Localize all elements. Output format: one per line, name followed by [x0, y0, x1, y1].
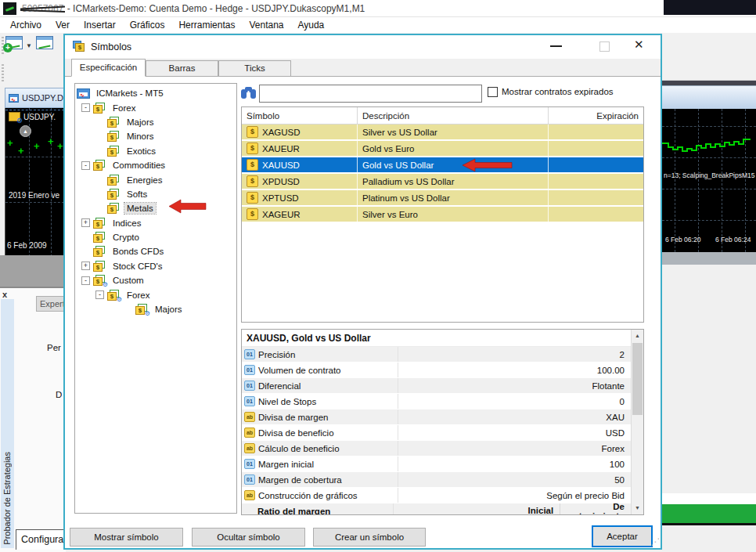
spec-value: XAU [398, 413, 631, 422]
spec-row-margen-inicial[interactable]: 01Margen inicial100 [242, 456, 631, 472]
table-row-xaueur[interactable]: $XAUEURGold vs Euro [242, 141, 643, 157]
resize-grip[interactable]: ⋰ [650, 536, 658, 547]
show-expired-checkbox[interactable] [488, 87, 498, 97]
symbol-group-icon: $ [107, 117, 121, 128]
show-symbol-button[interactable]: Mostrar símbolo [70, 528, 183, 547]
numeric-type-icon: 01 [244, 381, 255, 391]
spec-row-margen-de-cobertura[interactable]: 01Margen de cobertura50 [242, 472, 631, 488]
tree-item-exotics[interactable]: $Exotics [75, 144, 236, 158]
spec-property: 01Diferencial [242, 378, 398, 393]
tree-item-custom[interactable]: -$⚙Custom [75, 273, 236, 287]
tester-progress-bar [662, 504, 756, 523]
tree-item-forex[interactable]: -$Forex [75, 100, 236, 114]
spec-row-nivel-de-stops[interactable]: 01Nivel de Stops0 [242, 394, 631, 409]
expand-icon[interactable]: + [81, 262, 90, 270]
chart-symbol-label: USDJPY. [23, 113, 56, 121]
chart-window-titlebar[interactable]: ∿ USDJPY.D [5, 88, 64, 108]
symbol-group-icon: $ [107, 189, 121, 200]
table-row-xauusd[interactable]: $XAUUSDGold vs US Dollar [242, 157, 643, 174]
menu-herramientas[interactable]: Herramientas [171, 18, 242, 32]
tree-item-stock-cfd-s[interactable]: +$Stock CFD's [75, 259, 236, 273]
tree-item-label: Crypto [110, 232, 142, 243]
search-icon [240, 86, 257, 99]
menu-ventana[interactable]: Ventana [242, 18, 290, 32]
spec-row-divisa-de-beneficio[interactable]: abDivisa de beneficioUSD [242, 425, 631, 441]
tile-windows-button[interactable] [36, 36, 58, 56]
tree-item-forex[interactable]: -$⚙Forex [75, 287, 236, 301]
expand-icon[interactable]: + [81, 218, 90, 227]
tree-item-commodities[interactable]: -$Commodities [75, 158, 236, 172]
close-button[interactable]: ✕ [634, 38, 644, 52]
chevron-down-icon[interactable]: ▼ [26, 42, 32, 49]
tree-item-bonds-cfds[interactable]: $Bonds CFDs [75, 244, 236, 258]
symbol-cell: $XAGEUR [242, 207, 358, 222]
spec-row-precisi-n[interactable]: 01Precisión2 [242, 347, 631, 363]
dialog-content: ∿ICMarkets - MT5-$Forex$Majors$Minors$Ex… [65, 77, 661, 548]
menu-grficos[interactable]: Gráficos [123, 18, 172, 32]
chart-canvas-left[interactable]: ⚙ USDJPY. ▲ + + + + + 2019 Enero ve 6 Fe… [5, 108, 64, 257]
symbol-group-icon: $ [107, 131, 121, 142]
spec-property: abCálculo de beneficio [242, 441, 398, 456]
table-row-xagusd[interactable]: $XAGUSDSilver vs US Dollar [242, 124, 643, 141]
tester-side-strip[interactable]: Probador de Estrategias [1, 299, 14, 548]
period-label: Per [47, 343, 61, 352]
tree-item-metals[interactable]: $Metals [75, 201, 236, 215]
currency-icon: $ [247, 192, 258, 204]
collapse-icon[interactable]: - [95, 290, 104, 299]
tree-item-crypto[interactable]: $Crypto [75, 230, 236, 244]
tree-item-label: Minors [124, 131, 157, 142]
maximize-button[interactable] [599, 41, 610, 52]
tree-item-indices[interactable]: +$Indices [75, 216, 236, 230]
column-header-smbolo[interactable]: Símbolo [242, 107, 358, 124]
close-icon[interactable]: x [2, 290, 7, 299]
spec-row-volumen-de-contrato[interactable]: 01Volumen de contrato100.00 [242, 363, 631, 378]
spec-row-c-lculo-de-beneficio[interactable]: abCálculo de beneficioForex [242, 441, 631, 456]
table-row-xageur[interactable]: $XAGEURSilver vs Euro [242, 207, 643, 223]
menu-archivo[interactable]: Archivo [3, 18, 49, 32]
new-chart-button[interactable]: + [5, 36, 27, 56]
menu-insertar[interactable]: Insertar [77, 18, 123, 32]
tab-barras[interactable]: Barras [146, 60, 218, 77]
search-input[interactable] [259, 85, 482, 103]
spec-row-divisa-de-margen[interactable]: abDivisa de margenXAU [242, 409, 631, 425]
table-row-xptusd[interactable]: $XPTUSDPlatinum vs US Dollar [242, 190, 643, 207]
collapse-icon[interactable]: - [81, 276, 90, 285]
tab-configuracion[interactable]: Configura [16, 529, 66, 550]
accept-button[interactable]: Aceptar [592, 525, 653, 547]
tree-item-energies[interactable]: $Energies [75, 172, 236, 186]
spec-label: Divisa de margen [258, 413, 328, 422]
chart-axis-date: 6 Feb 2009 [7, 241, 47, 250]
table-row-xpdusd[interactable]: $XPDUSDPalladium vs US Dollar [242, 174, 643, 190]
symbol-cell: $XAGUSD [242, 124, 358, 139]
toolbar-grip[interactable] [2, 64, 4, 83]
spec-row-ratio-del-margen[interactable]: Ratio del margenInicialDe mantenimiento [242, 503, 631, 515]
spec-row-diferencial[interactable]: 01DiferencialFlotante [242, 378, 631, 394]
chart-canvas-right[interactable]: n=13; Scalping_BreakPipsM15 6 Feb 06:20 … [662, 109, 756, 252]
mt5-logo-icon [3, 2, 16, 15]
collapse-icon[interactable]: - [81, 161, 90, 170]
scroll-up-icon[interactable]: ▲ [632, 330, 643, 342]
scroll-down-icon[interactable]: ▼ [632, 502, 643, 514]
create-symbol-button[interactable]: Crear un símbolo [313, 528, 426, 547]
symbol-name: XAGUSD [262, 128, 301, 137]
scrollbar[interactable]: ▲ ▼ [631, 330, 643, 514]
menu-ver[interactable]: Ver [49, 18, 77, 32]
column-header-expiracin[interactable]: Expiración [549, 107, 643, 124]
scrollbar-thumb[interactable] [632, 343, 643, 415]
collapse-icon[interactable]: - [81, 103, 90, 112]
tree-item-softs[interactable]: $Softs [75, 187, 236, 201]
menu-ayuda[interactable]: Ayuda [290, 18, 331, 32]
expert-dropdown[interactable]: Expert [36, 296, 66, 312]
tab-ticks[interactable]: Ticks [218, 60, 291, 77]
hide-symbol-button[interactable]: Ocultar símbolo [192, 528, 305, 547]
tree-item-majors[interactable]: $Majors [75, 115, 236, 129]
tree-item-majors[interactable]: $⚙Majors [75, 302, 236, 316]
minimize-button[interactable] [550, 45, 562, 47]
tree-item-icmarkets-mt5[interactable]: ∿ICMarkets - MT5 [75, 86, 236, 100]
tab-especificacion[interactable]: Especificación [71, 59, 146, 77]
tree-item-minors[interactable]: $Minors [75, 129, 236, 143]
spec-label: Construcción de gráficos [258, 491, 358, 500]
background-strip [662, 493, 756, 504]
spec-value: Según el precio Bid [398, 491, 631, 500]
column-header-descripcin[interactable]: Descripción [358, 107, 549, 124]
